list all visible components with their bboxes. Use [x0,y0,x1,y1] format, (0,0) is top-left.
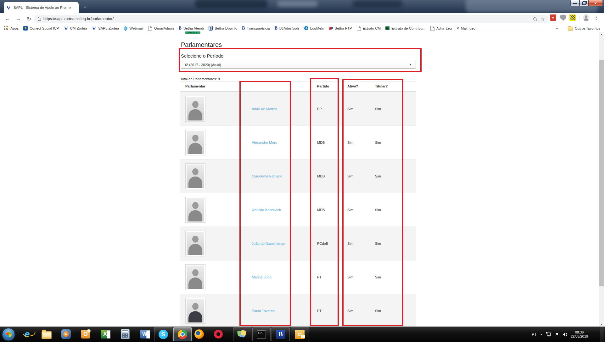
extension-icon-banco-do-brasil[interactable] [569,14,576,21]
media-player-icon[interactable]: ▶ [61,329,71,339]
bookmark-mail-leg[interactable]: ×Mail_Leg [457,26,475,31]
bookmark-adm-leg[interactable]: Adm_Leg [430,26,452,31]
bookmark-webmail[interactable]: Webmail [124,26,143,30]
menu-kebab-icon[interactable]: ⋮ [593,14,600,21]
betha-icon: B [242,26,245,31]
parliamentarian-photo[interactable] [185,96,205,122]
word-icon[interactable]: W [140,329,150,339]
portrait-image [187,165,204,188]
opera-icon[interactable] [213,329,223,339]
bookmark-betha-downlo[interactable]: BBetha Downlo [209,26,237,31]
calculator-icon[interactable] [120,329,130,339]
annotation-box-name-column [239,81,291,326]
volume-icon[interactable] [562,332,567,337]
firefox-icon[interactable] [194,329,204,339]
parliamentarian-photo[interactable] [185,231,205,256]
cmd-icon: C:\_ [257,330,266,339]
betha-icon: B [275,26,277,31]
profile-avatar[interactable] [583,14,590,21]
browser-toolbar: ← → ↻ https://sapl.zortea.sc.leg.br/parl… [0,13,604,25]
sticky-notes-button[interactable] [233,327,251,341]
start-button[interactable] [3,328,14,340]
extension-icon-shield[interactable] [560,14,566,21]
action-center-flag-icon[interactable]: ⚑ [555,332,559,337]
background-window-blur [352,0,403,8]
network-icon[interactable] [546,332,552,337]
skype-button[interactable]: S [154,327,172,341]
betha-boxed-icon: B [209,26,213,31]
show-desktop-button[interactable] [600,327,604,342]
other-bookmarks-button[interactable]: Outros favoritos [568,26,600,31]
window-controls: × [570,0,603,6]
scrollbar-thumb[interactable] [599,60,604,286]
outlook-icon[interactable]: O [81,329,91,339]
internet-explorer-icon[interactable]: e [22,329,32,339]
portrait-image [187,131,204,154]
restore-button[interactable] [580,0,588,6]
sticky-notes-icon [238,330,247,339]
bookmark-cm-zortea[interactable]: CM Zortéa [64,26,87,31]
back-button[interactable]: ← [3,14,12,23]
reload-button[interactable]: ↻ [25,14,33,23]
bookmark-qmailadmin[interactable]: QmailAdmin [148,26,174,31]
windows-flag-icon [6,332,11,337]
parliamentarian-photo[interactable] [185,298,205,324]
new-tab-button[interactable]: + [81,3,89,11]
close-button[interactable]: × [588,0,603,6]
command-prompt-button[interactable]: C:\_ [252,327,271,341]
excel-icon[interactable]: X [100,329,110,339]
bookmark-extrato-contribu[interactable]: ▶Extrato de Contribu... [385,26,426,30]
extension-icon-red[interactable]: ∗ [550,14,556,21]
parliamentarian-photo[interactable] [185,163,205,189]
portrait-image [187,198,204,221]
background-window-blur [195,0,267,8]
portrait-image [187,299,204,322]
zoom-icon[interactable] [533,17,536,20]
url-text[interactable]: https://sapl.zortea.sc.leg.br/parlamenta… [43,17,114,21]
portrait-image [187,266,204,289]
browser-tab[interactable]: SAPL - Sistema de Apoio ao Proc × [4,2,79,13]
apps-grid-icon [4,26,8,31]
betha-button[interactable]: B [272,327,290,341]
bookmark-bt-admtools[interactable]: BBt AdmTools [275,26,300,31]
apps-shortcut[interactable]: Apps [4,26,19,31]
bookmarks-bar: Apps XConect Social ICP CM Zortéa SAPL-Z… [0,25,604,32]
bookmark-star-icon[interactable]: ☆ [541,17,545,21]
parliamentarian-photo[interactable] [185,197,205,223]
bookmark-extrato-cm[interactable]: Extrato CM [357,26,381,31]
restore-icon [582,2,586,5]
scroll-up-icon[interactable]: ▲ [599,32,604,36]
tray-expand-icon[interactable]: ▲ [540,333,542,336]
bookmark-logmein[interactable]: ✚LogMeIn [304,26,324,30]
bookmark-conect-social[interactable]: XConect Social ICP [23,26,59,31]
bookmarks-overflow-chevron[interactable]: » [556,26,558,31]
clock-date: 22/03/2019 [571,334,588,338]
parliamentarian-photo[interactable] [185,130,205,155]
bookmark-sapl-zortea[interactable]: SAPL-Zortéa [92,26,119,31]
scroll-down-icon[interactable]: ▼ [599,322,604,327]
taskbar-clock[interactable]: 08:36 22/03/2019 [571,330,588,339]
chrome-button-active[interactable] [173,327,192,341]
vertical-scrollbar[interactable]: ▲ ▼ [599,32,604,327]
betha-icon: B [276,330,285,339]
parliamentarian-photo[interactable] [185,264,205,290]
conect-social-icon: X [23,26,28,31]
outlook-mail-icon: O [295,330,305,339]
bookmark-transparencia[interactable]: BTransparência [242,26,270,31]
green-folder-icon: ▶ [385,26,390,30]
bookmark-betha-atendi[interactable]: BBetha Atendi [179,26,204,31]
windows-explorer-icon[interactable] [42,329,52,339]
address-bar[interactable]: https://sapl.zortea.sc.leg.br/parlamenta… [34,15,549,23]
bookmark-betha-ftp[interactable]: Betha FTP [329,26,352,30]
forward-button[interactable]: → [14,14,23,23]
column-header-parlamentar: Parlamentar [185,84,205,88]
sapl-icon [64,26,68,31]
language-indicator[interactable]: PT [532,332,536,337]
system-tray: PT ▲ ⚑ 08:36 22/03/2019 [532,327,588,342]
mail-leg-icon: × [457,26,459,31]
lock-icon [38,18,41,21]
outlook-mail-button[interactable]: O [291,327,309,341]
tab-close-icon[interactable]: × [69,6,71,10]
page-icon [430,26,434,31]
minimize-button[interactable] [570,0,580,6]
